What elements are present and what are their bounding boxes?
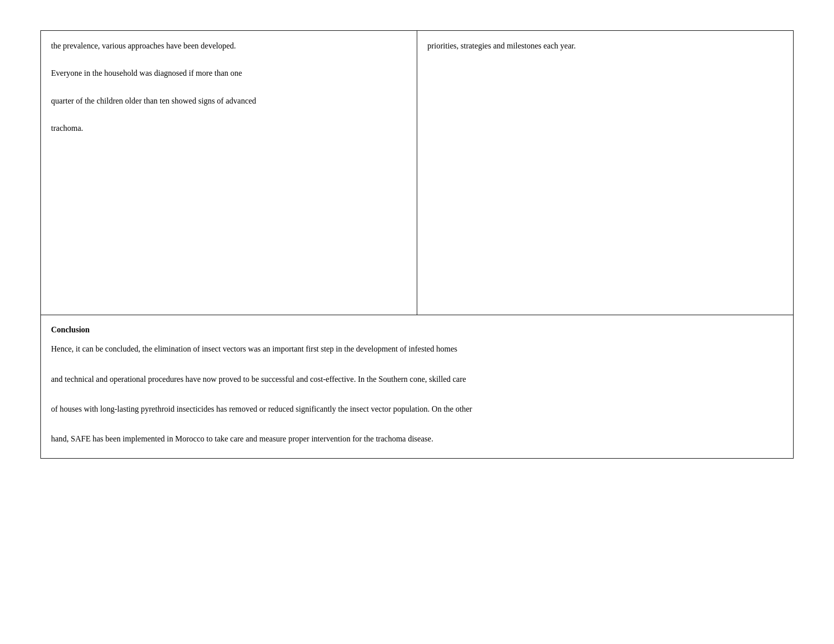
left-paragraph-2: Everyone in the household was diagnosed … (51, 66, 407, 80)
conclusion-heading: Conclusion (51, 325, 783, 334)
left-paragraph-1: the prevalence, various approaches have … (51, 39, 407, 53)
conclusion-section: Conclusion Hence, it can be concluded, t… (40, 315, 794, 459)
left-cell: the prevalence, various approaches have … (41, 31, 417, 315)
left-paragraph-3: quarter of the children older than ten s… (51, 94, 407, 108)
right-cell: priorities, strategies and milestones ea… (417, 31, 794, 315)
conclusion-paragraph-4: hand, SAFE has been implemented in Moroc… (51, 431, 783, 447)
left-paragraph-4: trachoma. (51, 121, 407, 135)
conclusion-text: Hence, it can be concluded, the eliminat… (51, 341, 783, 446)
conclusion-paragraph-2: and technical and operational procedures… (51, 372, 783, 387)
left-empty-area (51, 135, 407, 307)
page-container: the prevalence, various approaches have … (0, 0, 834, 644)
conclusion-paragraph-3: of houses with long-lasting pyrethroid i… (51, 402, 783, 417)
right-empty-area (427, 53, 783, 224)
right-paragraph-1: priorities, strategies and milestones ea… (427, 39, 783, 53)
conclusion-paragraph-1: Hence, it can be concluded, the eliminat… (51, 341, 783, 357)
content-table: the prevalence, various approaches have … (40, 30, 794, 315)
